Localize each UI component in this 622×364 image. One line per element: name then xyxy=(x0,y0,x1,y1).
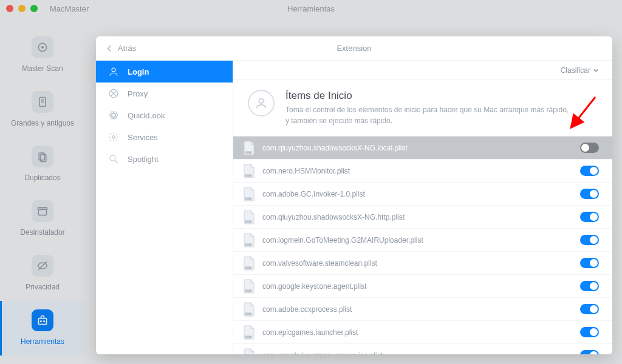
items-list[interactable]: PLISTcom.qiuyuzhou.shadowsocksX-NG.local… xyxy=(233,136,612,354)
enable-toggle[interactable] xyxy=(580,189,599,199)
category-services[interactable]: Services xyxy=(96,126,233,148)
login-item-row[interactable]: PLISTcom.adobe.GC.Invoker-1.0.plist xyxy=(233,183,612,206)
plist-file-icon: PLIST xyxy=(243,164,255,178)
doc-icon xyxy=(32,91,53,113)
category-proxy[interactable]: Proxy xyxy=(96,83,233,104)
minimize-window-button[interactable] xyxy=(18,5,26,12)
modal-header: Atrás Extension xyxy=(96,36,612,61)
svg-point-23 xyxy=(259,99,263,103)
sidebar-item-desinstalador[interactable]: Desinstalador xyxy=(0,192,85,246)
sidebar-item-privacidad[interactable]: Privacidad xyxy=(0,246,85,301)
archive-icon xyxy=(32,200,53,222)
close-window-button[interactable] xyxy=(6,5,13,12)
svg-rect-10 xyxy=(38,318,46,325)
login-item-row[interactable]: PLISTcom.adobe.ccxprocess.plist xyxy=(233,298,612,321)
svg-text:PLIST: PLIST xyxy=(245,290,252,292)
section-desc: Toma el control de los elementos de inic… xyxy=(285,104,571,126)
extension-modal: Atrás Extension LoginProxyQuickLookServi… xyxy=(96,36,612,354)
enable-toggle[interactable] xyxy=(580,327,599,337)
svg-point-11 xyxy=(40,320,42,322)
enable-toggle[interactable] xyxy=(580,235,599,245)
titlebar: MacMaster Herramientas xyxy=(0,0,622,17)
zoom-window-button[interactable] xyxy=(30,5,38,12)
category-login[interactable]: Login xyxy=(96,61,233,83)
svg-text:PLIST: PLIST xyxy=(245,336,252,339)
chevron-down-icon xyxy=(593,67,599,73)
sidebar-item-label: Privacidad xyxy=(26,283,60,291)
category-label: QuickLook xyxy=(128,111,165,120)
eye-off-icon xyxy=(32,255,53,277)
login-item-row[interactable]: PLISTcom.google.keystone.agent.plist xyxy=(233,275,612,298)
window-title: Herramientas xyxy=(287,4,335,13)
sidebar-item-grandes[interactable]: Grandes y antiguos xyxy=(0,83,85,137)
login-item-name: com.qiuyuzhou.shadowsocksX-NG.http.plist xyxy=(262,213,573,221)
detail-pane: Clasificar Ítems de Inicio Toma el contr… xyxy=(233,61,612,354)
login-item-name: com.adobe.GC.Invoker-1.0.plist xyxy=(262,190,573,198)
category-spotlight[interactable]: Spotlight xyxy=(96,148,233,170)
plist-file-icon: PLIST xyxy=(243,233,255,248)
login-item-name: com.google.keystone.xpcservice.plist xyxy=(262,351,573,355)
back-label: Atrás xyxy=(118,44,136,53)
login-item-name: com.epicgames.launcher.plist xyxy=(262,328,573,337)
stack-icon xyxy=(32,146,53,167)
enable-toggle[interactable] xyxy=(580,304,599,314)
sidebar-item-label: Master Scan xyxy=(22,64,63,73)
sidebar-item-master-scan[interactable]: Master Scan xyxy=(0,28,85,83)
login-item-name: com.google.keystone.agent.plist xyxy=(262,282,573,291)
back-button[interactable]: Atrás xyxy=(96,44,136,53)
plist-file-icon: PLIST xyxy=(243,256,255,271)
enable-toggle[interactable] xyxy=(580,350,599,354)
login-item-row[interactable]: PLISTcom.google.keystone.xpcservice.plis… xyxy=(233,344,612,354)
login-item-row[interactable]: PLISTcom.logmein.GoToMeeting.G2MAIRUploa… xyxy=(233,229,612,252)
svg-rect-8 xyxy=(38,207,47,209)
sidebar-item-label: Desinstalador xyxy=(20,228,64,237)
sidebar-item-label: Herramientas xyxy=(21,337,64,346)
svg-text:PLIST: PLIST xyxy=(245,244,252,246)
enable-toggle[interactable] xyxy=(580,166,599,176)
category-list: LoginProxyQuickLookServicesSpotlight xyxy=(96,61,233,354)
plist-file-icon: PLIST xyxy=(243,325,255,340)
sidebar-item-herramientas[interactable]: Herramientas xyxy=(0,301,85,356)
login-item-row[interactable]: PLISTcom.qiuyuzhou.shadowsocksX-NG.local… xyxy=(233,136,612,160)
plist-file-icon: PLIST xyxy=(243,279,255,294)
svg-text:PLIST: PLIST xyxy=(245,267,252,269)
section-intro: Ítems de Inicio Toma el control de los e… xyxy=(233,80,612,136)
sort-label: Clasificar xyxy=(561,66,590,75)
login-item-name: com.valvesoftware.steamclean.plist xyxy=(262,259,573,268)
enable-toggle[interactable] xyxy=(580,143,599,153)
plist-file-icon: PLIST xyxy=(243,187,255,201)
svg-point-17 xyxy=(109,113,118,117)
login-item-row[interactable]: PLISTcom.epicgames.launcher.plist xyxy=(233,321,612,344)
svg-text:PLIST: PLIST xyxy=(245,152,252,154)
sidebar: Master ScanGrandes y antiguosDuplicadosD… xyxy=(0,17,85,364)
login-item-name: com.qiuyuzhou.shadowsocksX-NG.local.plis… xyxy=(262,144,573,152)
category-label: Proxy xyxy=(128,89,148,98)
category-quicklook[interactable]: QuickLook xyxy=(96,104,233,126)
sidebar-item-label: Grandes y antiguos xyxy=(11,119,74,127)
svg-point-20 xyxy=(112,136,115,139)
login-item-row[interactable]: PLISTcom.valvesoftware.steamclean.plist xyxy=(233,252,612,275)
plist-file-icon: PLIST xyxy=(243,210,255,224)
enable-toggle[interactable] xyxy=(580,212,599,222)
plist-file-icon: PLIST xyxy=(243,141,255,155)
enable-toggle[interactable] xyxy=(580,258,599,268)
svg-point-12 xyxy=(43,320,45,322)
plist-file-icon: PLIST xyxy=(243,348,255,355)
toolbox-icon xyxy=(32,309,53,331)
svg-text:PLIST: PLIST xyxy=(245,221,252,223)
login-item-name: com.adobe.ccxprocess.plist xyxy=(262,305,573,314)
section-title: Ítems de Inicio xyxy=(285,90,571,102)
sort-dropdown[interactable]: Clasificar xyxy=(233,61,612,80)
svg-text:PLIST: PLIST xyxy=(245,175,252,177)
category-label: Login xyxy=(128,67,149,76)
enable-toggle[interactable] xyxy=(580,281,599,291)
login-item-row[interactable]: PLISTcom.nero.HSMMonitor.plist xyxy=(233,160,612,183)
svg-point-21 xyxy=(110,155,115,161)
login-item-row[interactable]: PLISTcom.qiuyuzhou.shadowsocksX-NG.http.… xyxy=(233,206,612,229)
svg-text:PLIST: PLIST xyxy=(245,313,252,315)
plist-file-icon: PLIST xyxy=(243,302,255,317)
login-item-name: com.logmein.GoToMeeting.G2MAIRUploader.p… xyxy=(262,236,573,244)
login-item-name: com.nero.HSMMonitor.plist xyxy=(262,167,573,175)
app-name: MacMaster xyxy=(50,4,89,13)
sidebar-item-duplicados[interactable]: Duplicados xyxy=(0,137,85,192)
